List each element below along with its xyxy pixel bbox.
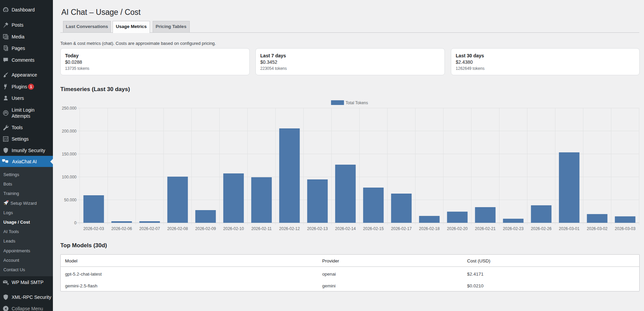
svg-text:2026-03-01: 2026-03-01 [559, 226, 580, 231]
svg-text:0: 0 [74, 221, 76, 225]
svg-text:2026-02-13: 2026-02-13 [307, 226, 328, 231]
svg-text:2026-02-14: 2026-02-14 [335, 226, 356, 231]
svg-text:150.000: 150.000 [62, 152, 77, 157]
svg-text:2026-02-10: 2026-02-10 [223, 226, 244, 231]
svg-text:2026-02-06: 2026-02-06 [111, 226, 132, 231]
svg-text:2026-02-17: 2026-02-17 [391, 226, 412, 231]
svg-text:200.000: 200.000 [62, 129, 77, 134]
svg-text:2026-03-03: 2026-03-03 [615, 226, 636, 231]
svg-text:2026-02-20: 2026-02-20 [447, 226, 468, 231]
svg-text:2026-02-15: 2026-02-15 [363, 226, 384, 231]
svg-text:50.000: 50.000 [64, 198, 76, 202]
svg-text:2026-02-08: 2026-02-08 [167, 226, 188, 231]
svg-text:2026-02-18: 2026-02-18 [419, 226, 440, 231]
svg-text:100.000: 100.000 [62, 175, 77, 179]
svg-text:2026-02-12: 2026-02-12 [279, 226, 300, 231]
svg-text:2026-03-02: 2026-03-02 [587, 226, 608, 231]
svg-text:2026-02-07: 2026-02-07 [139, 226, 160, 231]
svg-text:Total Tokens: Total Tokens [346, 101, 368, 105]
svg-text:2026-02-11: 2026-02-11 [251, 226, 272, 231]
svg-text:2026-02-09: 2026-02-09 [195, 226, 216, 231]
svg-text:2026-02-26: 2026-02-26 [531, 226, 552, 231]
svg-text:250.000: 250.000 [62, 106, 77, 111]
svg-text:2026-02-23: 2026-02-23 [503, 226, 524, 231]
svg-text:2026-02-03: 2026-02-03 [83, 226, 104, 231]
svg-text:2026-02-21: 2026-02-21 [475, 226, 496, 231]
